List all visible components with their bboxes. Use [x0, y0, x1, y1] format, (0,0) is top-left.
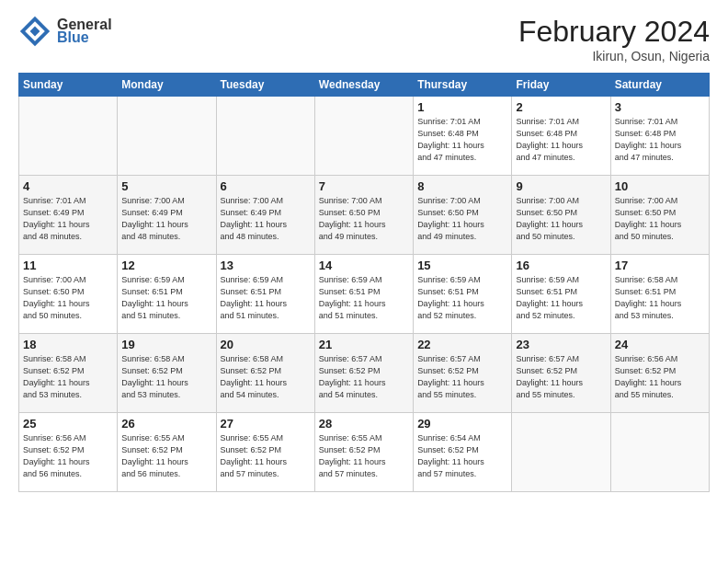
calendar-cell: 17Sunrise: 6:58 AM Sunset: 6:51 PM Dayli… — [610, 255, 709, 334]
day-info: Sunrise: 6:55 AM Sunset: 6:52 PM Dayligh… — [221, 432, 311, 480]
day-number: 21 — [319, 338, 409, 351]
day-info: Sunrise: 6:58 AM Sunset: 6:52 PM Dayligh… — [221, 353, 311, 401]
day-info: Sunrise: 6:56 AM Sunset: 6:52 PM Dayligh… — [615, 353, 705, 401]
calendar-body: 1Sunrise: 7:01 AM Sunset: 6:48 PM Daylig… — [19, 97, 710, 492]
day-number: 3 — [615, 100, 705, 114]
calendar-cell: 13Sunrise: 6:59 AM Sunset: 6:51 PM Dayli… — [216, 255, 314, 334]
day-info: Sunrise: 6:59 AM Sunset: 6:51 PM Dayligh… — [121, 274, 211, 322]
day-number: 27 — [221, 417, 311, 431]
month-title: February 2024 — [518, 15, 710, 49]
day-number: 14 — [319, 259, 409, 272]
calendar-cell: 11Sunrise: 7:00 AM Sunset: 6:50 PM Dayli… — [19, 255, 118, 334]
day-info: Sunrise: 7:01 AM Sunset: 6:48 PM Dayligh… — [417, 116, 507, 164]
calendar-cell: 2Sunrise: 7:01 AM Sunset: 6:48 PM Daylig… — [512, 97, 610, 176]
day-number: 7 — [319, 179, 409, 193]
day-number: 20 — [221, 338, 311, 351]
calendar-cell: 14Sunrise: 6:59 AM Sunset: 6:51 PM Dayli… — [314, 255, 413, 334]
day-number: 23 — [516, 338, 606, 351]
day-info: Sunrise: 7:00 AM Sunset: 6:50 PM Dayligh… — [417, 195, 507, 243]
day-info: Sunrise: 6:54 AM Sunset: 6:52 PM Dayligh… — [417, 432, 507, 480]
calendar-cell: 6Sunrise: 7:00 AM Sunset: 6:49 PM Daylig… — [216, 176, 314, 255]
week-row-5: 25Sunrise: 6:56 AM Sunset: 6:52 PM Dayli… — [19, 413, 710, 492]
day-of-week-thursday: Thursday — [414, 74, 512, 97]
week-row-2: 4Sunrise: 7:01 AM Sunset: 6:49 PM Daylig… — [19, 176, 710, 255]
calendar-cell: 26Sunrise: 6:55 AM Sunset: 6:52 PM Dayli… — [118, 413, 216, 492]
week-row-3: 11Sunrise: 7:00 AM Sunset: 6:50 PM Dayli… — [19, 255, 710, 334]
logo: General Blue — [18, 15, 112, 48]
week-row-1: 1Sunrise: 7:01 AM Sunset: 6:48 PM Daylig… — [19, 97, 710, 176]
day-info: Sunrise: 6:57 AM Sunset: 6:52 PM Dayligh… — [319, 353, 409, 401]
day-info: Sunrise: 6:59 AM Sunset: 6:51 PM Dayligh… — [319, 274, 409, 322]
day-info: Sunrise: 7:01 AM Sunset: 6:48 PM Dayligh… — [615, 116, 705, 164]
day-number: 4 — [23, 179, 113, 193]
calendar-cell: 24Sunrise: 6:56 AM Sunset: 6:52 PM Dayli… — [610, 334, 709, 413]
day-number: 10 — [615, 179, 705, 193]
week-row-4: 18Sunrise: 6:58 AM Sunset: 6:52 PM Dayli… — [19, 334, 710, 413]
header: General Blue February 2024 Ikirun, Osun,… — [18, 15, 710, 63]
day-number: 19 — [121, 338, 211, 351]
day-info: Sunrise: 7:00 AM Sunset: 6:50 PM Dayligh… — [23, 274, 113, 322]
day-number: 5 — [121, 179, 211, 193]
day-info: Sunrise: 6:59 AM Sunset: 6:51 PM Dayligh… — [516, 274, 606, 322]
logo-icon — [18, 15, 51, 48]
day-number: 1 — [417, 100, 507, 114]
calendar-cell: 3Sunrise: 7:01 AM Sunset: 6:48 PM Daylig… — [610, 97, 709, 176]
day-number: 29 — [417, 417, 507, 431]
day-number: 15 — [417, 259, 507, 272]
calendar-cell: 23Sunrise: 6:57 AM Sunset: 6:52 PM Dayli… — [512, 334, 610, 413]
day-number: 16 — [516, 259, 606, 272]
day-number: 18 — [23, 338, 113, 351]
calendar-cell: 4Sunrise: 7:01 AM Sunset: 6:49 PM Daylig… — [19, 176, 118, 255]
calendar-cell: 5Sunrise: 7:00 AM Sunset: 6:49 PM Daylig… — [118, 176, 216, 255]
day-of-week-wednesday: Wednesday — [314, 74, 413, 97]
calendar-cell: 15Sunrise: 6:59 AM Sunset: 6:51 PM Dayli… — [414, 255, 512, 334]
calendar-cell: 18Sunrise: 6:58 AM Sunset: 6:52 PM Dayli… — [19, 334, 118, 413]
day-number: 24 — [615, 338, 705, 351]
day-of-week-saturday: Saturday — [610, 74, 709, 97]
calendar-cell: 28Sunrise: 6:55 AM Sunset: 6:52 PM Dayli… — [314, 413, 413, 492]
day-number: 25 — [23, 417, 113, 431]
day-info: Sunrise: 6:57 AM Sunset: 6:52 PM Dayligh… — [417, 353, 507, 401]
day-number: 26 — [121, 417, 211, 431]
calendar-cell — [512, 413, 610, 492]
calendar-cell — [216, 97, 314, 176]
day-info: Sunrise: 7:00 AM Sunset: 6:50 PM Dayligh… — [615, 195, 705, 243]
day-of-week-tuesday: Tuesday — [216, 74, 314, 97]
day-info: Sunrise: 6:55 AM Sunset: 6:52 PM Dayligh… — [121, 432, 211, 480]
day-number: 12 — [121, 259, 211, 272]
day-of-week-friday: Friday — [512, 74, 610, 97]
day-info: Sunrise: 7:00 AM Sunset: 6:50 PM Dayligh… — [319, 195, 409, 243]
day-number: 8 — [417, 179, 507, 193]
calendar-cell: 25Sunrise: 6:56 AM Sunset: 6:52 PM Dayli… — [19, 413, 118, 492]
day-info: Sunrise: 6:56 AM Sunset: 6:52 PM Dayligh… — [23, 432, 113, 480]
day-info: Sunrise: 6:58 AM Sunset: 6:52 PM Dayligh… — [121, 353, 211, 401]
day-number: 13 — [221, 259, 311, 272]
day-number: 2 — [516, 100, 606, 114]
day-of-week-sunday: Sunday — [19, 74, 118, 97]
day-info: Sunrise: 6:58 AM Sunset: 6:52 PM Dayligh… — [23, 353, 113, 401]
day-info: Sunrise: 6:55 AM Sunset: 6:52 PM Dayligh… — [319, 432, 409, 480]
day-info: Sunrise: 6:59 AM Sunset: 6:51 PM Dayligh… — [221, 274, 311, 322]
page-container: General Blue February 2024 Ikirun, Osun,… — [0, 0, 728, 501]
day-info: Sunrise: 7:00 AM Sunset: 6:49 PM Dayligh… — [221, 195, 311, 243]
day-info: Sunrise: 7:00 AM Sunset: 6:50 PM Dayligh… — [516, 195, 606, 243]
day-of-week-monday: Monday — [118, 74, 216, 97]
day-info: Sunrise: 6:58 AM Sunset: 6:51 PM Dayligh… — [615, 274, 705, 322]
calendar-cell: 22Sunrise: 6:57 AM Sunset: 6:52 PM Dayli… — [414, 334, 512, 413]
days-of-week-row: SundayMondayTuesdayWednesdayThursdayFrid… — [19, 74, 710, 97]
calendar-cell: 20Sunrise: 6:58 AM Sunset: 6:52 PM Dayli… — [216, 334, 314, 413]
calendar-cell: 16Sunrise: 6:59 AM Sunset: 6:51 PM Dayli… — [512, 255, 610, 334]
calendar-cell: 7Sunrise: 7:00 AM Sunset: 6:50 PM Daylig… — [314, 176, 413, 255]
calendar-cell: 9Sunrise: 7:00 AM Sunset: 6:50 PM Daylig… — [512, 176, 610, 255]
day-number: 17 — [615, 259, 705, 272]
day-number: 11 — [23, 259, 113, 272]
calendar-cell: 27Sunrise: 6:55 AM Sunset: 6:52 PM Dayli… — [216, 413, 314, 492]
day-info: Sunrise: 7:00 AM Sunset: 6:49 PM Dayligh… — [121, 195, 211, 243]
day-number: 6 — [221, 179, 311, 193]
day-info: Sunrise: 6:57 AM Sunset: 6:52 PM Dayligh… — [516, 353, 606, 401]
calendar-cell: 1Sunrise: 7:01 AM Sunset: 6:48 PM Daylig… — [414, 97, 512, 176]
calendar-cell — [19, 97, 118, 176]
day-info: Sunrise: 6:59 AM Sunset: 6:51 PM Dayligh… — [417, 274, 507, 322]
calendar-cell: 10Sunrise: 7:00 AM Sunset: 6:50 PM Dayli… — [610, 176, 709, 255]
day-number: 22 — [417, 338, 507, 351]
